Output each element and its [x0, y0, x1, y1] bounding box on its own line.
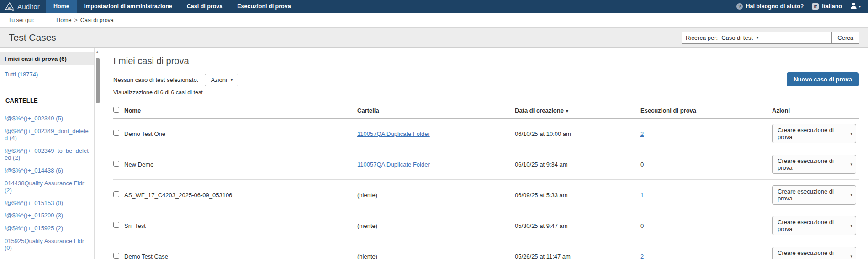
runs-count[interactable]: 2 [640, 253, 644, 259]
breadcrumb-label: Tu sei qui: [8, 17, 34, 23]
breadcrumb: Tu sei qui: Home > Casi di prova [0, 13, 868, 27]
search-button[interactable]: Cerca [832, 32, 859, 44]
sidebar-item-all[interactable]: Tutti (18774) [5, 71, 90, 78]
create-test-run-button[interactable]: Creare esecuzione di prova ▾ [772, 155, 856, 174]
svg-text:ax: ax [8, 5, 11, 10]
nav-item-test-runs[interactable]: Esecuzioni di prova [230, 0, 298, 13]
nav-item-home[interactable]: Home [46, 0, 77, 13]
table-row: AS_WF_17_C4203_2025-06-09_053106 (niente… [113, 180, 859, 210]
create-test-run-button[interactable]: Creare esecuzione di prova ▾ [772, 216, 856, 235]
row-checkbox[interactable] [113, 161, 119, 167]
created-date: 06/09/25 at 5:33 am [515, 180, 640, 210]
table-header-row: Nome Cartella Data di creazione▼ Esecuzi… [113, 103, 859, 119]
breadcrumb-current: Casi di prova [80, 17, 114, 23]
sidebar-folder-link[interactable]: !@$%^()+_002349_to_be_deleted (2) [5, 147, 89, 162]
folder-cell: (niente) [357, 222, 377, 229]
search-input[interactable] [762, 32, 832, 44]
help-icon: ? [736, 3, 743, 10]
search-by-dropdown[interactable]: Ricerca per: Caso di test ▾ [682, 32, 762, 44]
search-group: Ricerca per: Caso di test ▾ Cerca [682, 32, 859, 44]
nav-item-test-cases[interactable]: Casi di prova [180, 0, 230, 13]
sidebar-folder-link[interactable]: !@$%^()+_015153 (0) [5, 200, 89, 207]
auditor-logo-icon: ax [5, 2, 15, 11]
user-menu[interactable]: ▾ [850, 2, 861, 11]
showing-count-text: Visualizzazione di 6 di 6 casi di test [113, 89, 859, 96]
runs-count: 0 [640, 222, 644, 229]
created-date: 06/10/25 at 10:00 am [515, 119, 640, 149]
chevron-down-icon: ▾ [757, 35, 759, 40]
row-checkbox[interactable] [113, 130, 119, 136]
create-test-run-button[interactable]: Creare esecuzione di prova ▾ [772, 247, 856, 259]
sidebar: I miei casi di prova (6) Tutti (18774) C… [0, 48, 95, 259]
sidebar-folders-header: CARTELLE [5, 97, 90, 104]
folder-cell: (niente) [357, 253, 377, 259]
sidebar-scrollbar[interactable]: ▲ [95, 48, 101, 259]
create-test-run-button[interactable]: Creare esecuzione di prova ▾ [772, 124, 856, 143]
table-row: Sri_Test (niente) 05/30/25 at 9:47 am 0 … [113, 210, 859, 241]
folder-link[interactable]: 110057QA Duplicate Folder [357, 130, 430, 137]
case-name: Sri_Test [124, 210, 357, 241]
breadcrumb-home-link[interactable]: Home [56, 17, 71, 23]
language-label: Italiano [822, 3, 842, 10]
language-badge: it [812, 3, 819, 10]
main-panel: I miei casi di prova Nessun caso di test… [101, 48, 868, 259]
select-all-checkbox[interactable] [113, 107, 119, 113]
runs-count: 0 [640, 161, 644, 168]
chevron-down-icon[interactable]: ▾ [847, 124, 856, 143]
sidebar-folder-link[interactable]: !@$%^()+_014438 (6) [5, 167, 89, 174]
sidebar-folder-list: !@$%^()+_002349 (5) !@$%^()+_002349_dont… [5, 115, 89, 259]
title-band: Test Cases Ricerca per: Caso di test ▾ C… [0, 27, 868, 48]
scroll-up-icon[interactable]: ▲ [95, 50, 99, 54]
column-header-runs[interactable]: Esecuzioni di prova [640, 107, 696, 114]
column-header-actions: Azioni [772, 107, 790, 114]
sidebar-folder-link[interactable]: !@$%^()+_002349_dont_deleted (4) [5, 128, 89, 142]
search-by-label: Ricerca per: [686, 34, 718, 41]
row-checkbox[interactable] [113, 253, 119, 259]
row-checkbox[interactable] [113, 222, 119, 228]
search-by-value: Caso di test [721, 34, 753, 41]
sidebar-folder-link[interactable]: !@$%^()+_015925 (2) [5, 225, 89, 232]
sidebar-folder-link[interactable]: 015925Quality Assurance Fldr (0) [5, 237, 89, 252]
column-header-created[interactable]: Data di creazione [515, 107, 564, 114]
table-row: New Demo 110057QA Duplicate Folder 06/10… [113, 149, 859, 180]
case-name: Demo Test One [124, 119, 357, 149]
scrollbar-thumb[interactable] [96, 58, 100, 103]
column-header-name[interactable]: Nome [124, 107, 141, 114]
runs-count[interactable]: 2 [640, 130, 644, 137]
user-caret-icon: ▾ [859, 5, 861, 9]
help-link[interactable]: ? Hai bisogno di aiuto? [736, 3, 804, 10]
created-date: 05/26/25 at 11:47 am [515, 241, 640, 259]
main-nav: Home Impostazioni di amministrazione Cas… [46, 0, 298, 13]
section-heading: I miei casi di prova [113, 56, 859, 66]
sidebar-folder-link[interactable]: !@$%^()+_002349 (5) [5, 115, 89, 122]
sidebar-folder-link[interactable]: !@$%^()+_015209 (3) [5, 212, 89, 219]
sidebar-folder-link[interactable]: 014438Quality Assurance Fldr (2) [5, 180, 89, 194]
chevron-down-icon[interactable]: ▾ [847, 186, 856, 204]
case-name: Demo Test Case [124, 241, 357, 259]
folder-link[interactable]: 110057QA Duplicate Folder [357, 161, 430, 168]
runs-count[interactable]: 1 [640, 192, 644, 199]
chevron-down-icon: ▾ [231, 77, 233, 82]
column-header-folder[interactable]: Cartella [357, 107, 379, 114]
top-navbar: ax Auditor Home Impostazioni di amminist… [0, 0, 868, 13]
help-label: Hai bisogno di aiuto? [746, 3, 804, 10]
sidebar-folder-link[interactable]: 015925Quality Assurance Fldr1_ (0) [5, 257, 89, 259]
sidebar-item-my-cases[interactable]: I miei casi di prova (6) [0, 52, 94, 65]
created-date: 06/10/25 at 9:34 am [515, 149, 640, 180]
new-test-case-button[interactable]: Nuovo caso di prova [787, 72, 859, 86]
language-selector[interactable]: it Italiano [812, 3, 842, 10]
brand-name: Auditor [17, 3, 40, 11]
row-checkbox[interactable] [113, 191, 119, 197]
actions-dropdown-button[interactable]: Azioni ▾ [205, 74, 238, 86]
table-row: Demo Test One 110057QA Duplicate Folder … [113, 119, 859, 149]
test-cases-table: Nome Cartella Data di creazione▼ Esecuzi… [113, 103, 859, 259]
create-test-run-button[interactable]: Creare esecuzione di prova ▾ [772, 185, 856, 205]
nav-item-admin-settings[interactable]: Impostazioni di amministrazione [77, 0, 180, 13]
brand[interactable]: ax Auditor [0, 0, 46, 13]
page-title: Test Cases [9, 32, 56, 43]
chevron-down-icon[interactable]: ▾ [847, 247, 856, 259]
breadcrumb-separator-icon: > [74, 17, 78, 23]
user-icon [850, 2, 857, 11]
chevron-down-icon[interactable]: ▾ [847, 155, 856, 173]
chevron-down-icon[interactable]: ▾ [847, 216, 856, 235]
